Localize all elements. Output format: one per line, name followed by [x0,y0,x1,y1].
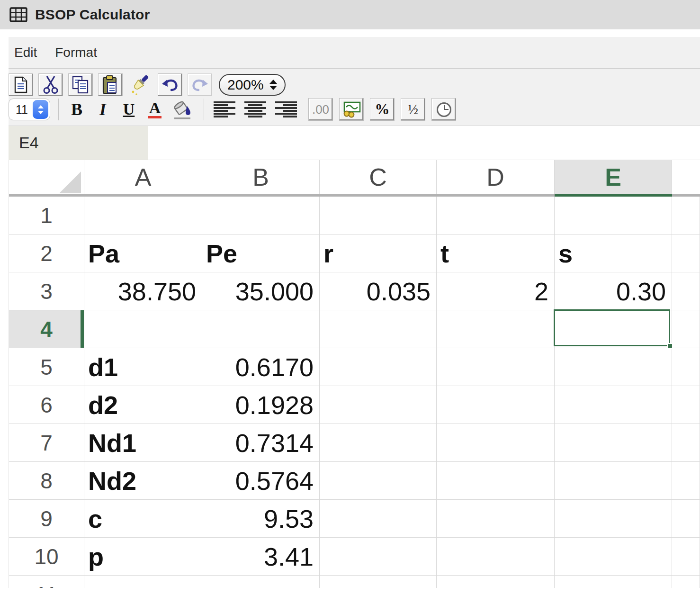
column-header-A[interactable]: A [84,160,202,194]
column-header-C[interactable]: C [320,160,437,194]
cell-C6[interactable] [320,386,437,424]
cell-E3[interactable]: 0.30 [555,272,672,310]
cell-A6[interactable]: d2 [84,386,202,424]
zoom-control[interactable]: 200% [219,74,286,96]
row-header-4[interactable]: 4 [9,310,84,348]
cell-D4[interactable] [437,310,555,348]
cell-B11[interactable] [202,576,320,588]
cell-A11[interactable] [84,576,202,588]
cell-reference-box[interactable]: E4 [9,126,148,160]
cell-C8[interactable] [320,462,437,499]
new-document-button[interactable] [9,73,33,96]
cell-C7[interactable] [320,424,437,461]
cell-E2[interactable]: s [555,234,672,272]
fraction-format-button[interactable]: ½ [401,98,425,121]
row-header-10[interactable]: 10 [9,538,84,575]
cell-C3[interactable]: 0.035 [320,272,437,310]
percent-format-button[interactable]: % [370,98,395,121]
cell-A4[interactable] [84,310,202,348]
align-right-button[interactable] [274,98,298,121]
zoom-stepper-icon[interactable] [269,80,277,90]
paste-button[interactable] [98,73,123,96]
cell-D8[interactable] [437,462,555,499]
column-header-E[interactable]: E [555,160,672,194]
cell-E10[interactable] [555,538,672,575]
cell-E5[interactable] [555,348,672,386]
cell-B1[interactable] [202,197,320,234]
cell-B7[interactable]: 0.7314 [202,424,320,461]
row-header-3[interactable]: 3 [9,272,84,310]
cut-button[interactable] [38,73,63,96]
cell-C5[interactable] [320,348,437,386]
row-header-11[interactable]: 11 [9,576,84,588]
cell-D9[interactable] [437,500,555,537]
cell-C2[interactable]: r [320,234,437,272]
cell-A2[interactable]: Pa [84,234,202,272]
font-size-stepper-icon[interactable] [33,100,48,119]
cell-B6[interactable]: 0.1928 [202,386,320,424]
cell-C10[interactable] [320,538,437,575]
cell-C9[interactable] [320,500,437,537]
row-header-7[interactable]: 7 [9,424,84,461]
cell-B4[interactable] [202,310,320,348]
cell-E1[interactable] [555,197,672,234]
row-header-5[interactable]: 5 [9,348,84,386]
menu-edit[interactable]: Edit [14,45,37,60]
text-color-button[interactable]: A [145,101,165,118]
cell-B9[interactable]: 9.53 [202,500,320,537]
cell-D1[interactable] [437,197,555,234]
decimals-button[interactable]: .00 [308,98,333,121]
cell-E7[interactable] [555,424,672,461]
formula-input[interactable] [148,126,700,160]
align-center-button[interactable] [243,98,268,121]
column-header-D[interactable]: D [437,160,555,194]
cell-A8[interactable]: Nd2 [84,462,202,499]
bold-button[interactable]: B [67,99,87,119]
select-all-corner[interactable] [9,160,84,194]
cell-A3[interactable]: 38.750 [84,272,202,310]
cell-D11[interactable] [437,576,555,588]
row-header-2[interactable]: 2 [9,234,84,272]
cell-B10[interactable]: 3.41 [202,538,320,575]
row-header-9[interactable]: 9 [9,500,84,537]
cell-D5[interactable] [437,348,555,386]
row-header-1[interactable]: 1 [9,197,84,234]
time-format-button[interactable] [431,98,456,121]
cell-A10[interactable]: p [84,538,202,575]
fill-color-button[interactable] [171,98,196,121]
cell-D6[interactable] [437,386,555,424]
undo-button[interactable] [158,73,182,96]
format-painter-button[interactable] [128,73,153,96]
redo-button[interactable] [188,73,212,96]
cell-A9[interactable]: c [84,500,202,537]
currency-format-button[interactable] [339,98,364,121]
cell-C4[interactable] [320,310,437,348]
cell-B8[interactable]: 0.5764 [202,462,320,499]
cell-C11[interactable] [320,576,437,588]
column-header-B[interactable]: B [202,160,320,194]
cell-E4[interactable] [555,310,672,348]
cell-D7[interactable] [437,424,555,461]
fill-handle[interactable] [667,343,673,349]
underline-button[interactable]: U [119,100,139,118]
menu-format[interactable]: Format [55,45,97,60]
cell-E11[interactable] [555,576,672,588]
cell-E6[interactable] [555,386,672,424]
cell-B3[interactable]: 35.000 [202,272,320,310]
cell-D2[interactable]: t [437,234,555,272]
cell-E9[interactable] [555,500,672,537]
row-header-8[interactable]: 8 [9,462,84,499]
cell-A1[interactable] [84,197,202,234]
cell-A7[interactable]: Nd1 [84,424,202,461]
cell-B5[interactable]: 0.6170 [202,348,320,386]
copy-button[interactable] [68,73,93,96]
cell-D10[interactable] [437,538,555,575]
align-left-button[interactable] [212,98,237,121]
cell-A5[interactable]: d1 [84,348,202,386]
italic-button[interactable]: I [93,99,113,119]
font-size-control[interactable]: 11 [9,99,50,120]
cell-C1[interactable] [320,197,437,234]
row-header-6[interactable]: 6 [9,386,84,424]
cell-B2[interactable]: Pe [202,234,320,272]
cell-E8[interactable] [555,462,672,499]
